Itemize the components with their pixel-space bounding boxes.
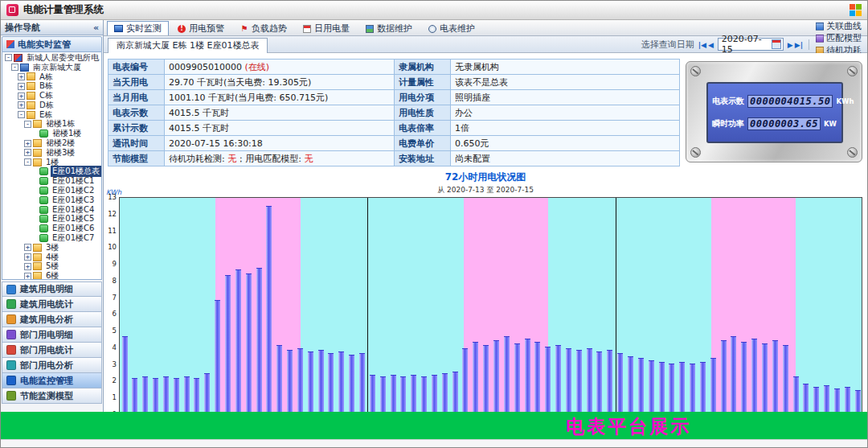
- screw-icon: [690, 66, 701, 76]
- leaf-spacer: [31, 130, 38, 138]
- sidebar-header-label: 操作导航: [5, 22, 40, 34]
- toolbar-tab-label: 用电预警: [189, 23, 224, 35]
- usage-bar: [659, 362, 665, 413]
- toolbar-tab-daily-usage[interactable]: 日用电量: [296, 21, 357, 35]
- expand-toggle-icon[interactable]: +: [24, 273, 31, 280]
- banner-text: 电表平台展示: [566, 414, 691, 439]
- expand-toggle-icon[interactable]: +: [18, 73, 25, 80]
- date-value: 2020-07-15: [722, 34, 772, 55]
- panel-realtime-monitoring[interactable]: 电能实时监管: [2, 36, 102, 52]
- last-day-button[interactable]: ▶|: [794, 41, 804, 49]
- usage-bar: [628, 356, 633, 413]
- leaf-spacer: [31, 187, 38, 195]
- value-segment: 照明插座: [455, 92, 490, 103]
- toolbar-tab-power-alert[interactable]: 用电预警: [170, 21, 231, 35]
- calendar-icon[interactable]: [772, 39, 781, 49]
- usage-bar: [370, 375, 375, 413]
- chart-subtitle: 从 2020-7-13 至 2020-7-15: [105, 185, 866, 195]
- accordion-item-label: 部门用电明细: [20, 329, 73, 341]
- value-segment: 办公: [455, 108, 473, 118]
- realtime-monitor-icon: [114, 25, 123, 32]
- collapse-toggle-icon[interactable]: -: [5, 54, 12, 61]
- accordion-item-building-usage-stats[interactable]: 建筑用电统计: [2, 297, 102, 312]
- grid-cell: [850, 10, 855, 16]
- collapse-toggle-icon[interactable]: -: [11, 64, 18, 71]
- expand-toggle-icon[interactable]: +: [24, 149, 31, 156]
- accordion-item-building-usage-analysis[interactable]: 建筑用电分析: [2, 312, 102, 327]
- folder-icon: [33, 139, 42, 147]
- match-model-button[interactable]: 匹配模型: [814, 32, 863, 44]
- lcd-unit: KW: [824, 120, 843, 128]
- content-body: 电表编号0009905010000 (在线)隶属机构无隶属机构当天用电29.70…: [104, 53, 867, 448]
- folder-icon: [33, 253, 42, 261]
- usage-bar: [690, 364, 695, 413]
- accordion-item-dept-usage-analysis[interactable]: 部门用电分析: [2, 358, 102, 373]
- accordion-item-label: 部门用电分析: [20, 360, 73, 372]
- lcd-screen: 电表示数0000004015.50KWh瞬时功率00000003.65KW: [706, 82, 843, 143]
- expand-toggle-icon[interactable]: +: [18, 101, 25, 109]
- sidebar-collapse-button[interactable]: «: [93, 23, 99, 33]
- toolbar-tab-load-trend[interactable]: 负载趋势: [233, 21, 294, 35]
- accordion-item-dept-usage-stats[interactable]: 部门用电统计: [2, 343, 102, 358]
- lcd-digits: 00000003.65: [747, 117, 821, 130]
- usage-bar: [514, 343, 520, 413]
- value-segment: 无: [304, 154, 313, 164]
- collapse-toggle-icon[interactable]: -: [24, 121, 31, 128]
- folder-icon: [33, 120, 42, 128]
- launcher-grid-icon[interactable]: [850, 4, 862, 16]
- field-value: 办公: [451, 105, 680, 121]
- field-value: 0.650元: [451, 136, 680, 151]
- toolbar-tab-meter-maintain[interactable]: 电表维护: [421, 21, 482, 35]
- first-day-button[interactable]: |◀: [698, 41, 707, 49]
- accordion-item-building-usage-detail[interactable]: 建筑用电明细: [2, 282, 102, 297]
- date-input[interactable]: 2020-07-15: [718, 38, 784, 51]
- field-value: 该表不是总表: [451, 75, 680, 90]
- usage-bar: [328, 353, 334, 413]
- usage-bar: [649, 360, 654, 413]
- toolbar-tab-realtime-monitor[interactable]: 实时监测: [107, 21, 169, 35]
- prev-day-button[interactable]: ◀: [707, 41, 714, 49]
- field-value: 待机功耗检测: 无；用电匹配模型: 无: [165, 151, 395, 166]
- expand-toggle-icon[interactable]: +: [18, 92, 25, 100]
- usage-bar: [824, 385, 829, 413]
- usage-bar: [721, 340, 727, 413]
- collapse-toggle-icon[interactable]: -: [24, 158, 31, 166]
- expand-toggle-icon[interactable]: +: [24, 140, 31, 147]
- value-segment: 0009905010000: [169, 62, 244, 72]
- accordion-item-label: 建筑用电分析: [20, 314, 73, 326]
- collapse-toggle-icon[interactable]: -: [18, 111, 25, 118]
- tree-node[interactable]: +6楼: [2, 271, 101, 280]
- toolbar-tab-label: 实时监测: [126, 23, 162, 35]
- accordion-item-dept-usage-detail[interactable]: 部门用电明细: [2, 327, 102, 343]
- toolbar-tab-data-maintain[interactable]: 数据维护: [358, 21, 420, 35]
- field-value: 0009905010000 (在线): [165, 60, 395, 75]
- field-value: 1001.10 千瓦时(当月电费: 650.715元): [165, 90, 395, 105]
- link-curve-button[interactable]: 关联曲线: [814, 20, 863, 32]
- usage-bar: [153, 378, 158, 413]
- value-segment: (在线): [244, 62, 269, 72]
- button-label: 匹配模型: [826, 32, 862, 44]
- accordion-item-energy-monitor-mgmt[interactable]: 电能监控管理: [2, 373, 102, 388]
- field-label: 电表编号: [108, 60, 165, 75]
- y-axis-label: 5: [113, 327, 117, 335]
- expand-toggle-icon[interactable]: +: [24, 244, 31, 251]
- field-value: 29.70 千瓦时(当天电费: 19.305元): [165, 75, 395, 90]
- lcd-row: 瞬时功率00000003.65KW: [712, 117, 837, 130]
- y-axis-label: 6: [113, 310, 117, 318]
- next-day-button[interactable]: ▶: [787, 41, 794, 49]
- usage-bar: [246, 273, 252, 413]
- lcd-digits: 0000004015.50: [747, 95, 833, 108]
- expand-toggle-icon[interactable]: +: [18, 83, 25, 90]
- expand-toggle-icon[interactable]: +: [24, 263, 31, 270]
- field-label: 电费单价: [395, 136, 451, 151]
- usage-bar: [308, 351, 313, 413]
- y-axis-label: 8: [113, 277, 117, 285]
- leaf-spacer: [31, 196, 38, 203]
- usage-bar: [266, 206, 272, 413]
- breadcrumb[interactable]: 南京新城大厦 E栋 1楼 E座01楼总表: [108, 38, 268, 53]
- usage-bar: [421, 376, 427, 413]
- accordion-item-energy-saving-model[interactable]: 节能监测模型: [2, 388, 102, 404]
- expand-toggle-icon[interactable]: +: [24, 253, 31, 261]
- accordion-item-label: 建筑用电明细: [20, 283, 73, 295]
- grid-cell: [850, 4, 855, 10]
